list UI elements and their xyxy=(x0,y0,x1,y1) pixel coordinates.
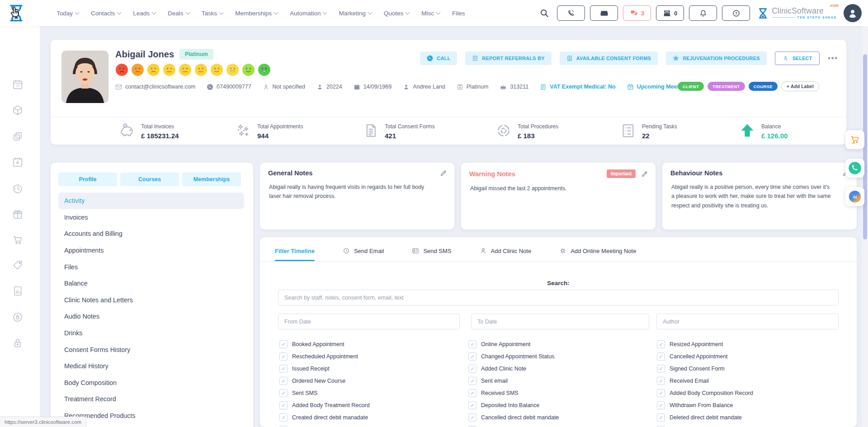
filter-rescheduled-appointment[interactable]: Rescheduled Appointment xyxy=(279,352,358,361)
nav-files[interactable]: Files xyxy=(452,10,465,17)
nav-memberships[interactable]: Memberships xyxy=(235,10,278,17)
nav-contacts[interactable]: Contacts xyxy=(91,10,121,17)
tab-add-online-meeting-note[interactable]: Add Online Meeting Note xyxy=(559,247,636,254)
nav-automation[interactable]: Automation xyxy=(290,10,326,17)
calendar-import-icon[interactable] xyxy=(12,156,24,168)
filter-sent-email[interactable]: Sent email xyxy=(468,377,508,385)
label-client[interactable]: CLIENT xyxy=(678,82,704,91)
report-referrals-button[interactable]: REPORT REFERRALS BY xyxy=(465,52,551,65)
edit-pencil-icon[interactable] xyxy=(440,169,447,177)
menu-item-balance[interactable]: Balance xyxy=(58,275,244,292)
menu-item-body-composition[interactable]: Body Composition xyxy=(58,375,244,391)
menu-item-consent-forms-history[interactable]: Consent Forms History xyxy=(58,341,244,358)
nav-marketing[interactable]: Marketing xyxy=(339,10,371,17)
nav-leads[interactable]: Leads xyxy=(133,10,156,17)
history-icon[interactable] xyxy=(12,183,24,194)
rating-face-9-icon[interactable] xyxy=(242,63,255,76)
tab-add-clinic-note[interactable]: Add Clinic Note xyxy=(480,247,532,254)
call-button[interactable]: CALL xyxy=(420,52,457,65)
help-button[interactable]: ? xyxy=(722,5,750,21)
from-date-input[interactable] xyxy=(278,314,460,329)
filter-received-sms[interactable]: Received SMS xyxy=(468,389,519,397)
filter-booked-appointment[interactable]: Booked Appointment xyxy=(279,340,344,348)
tab-send-email[interactable]: Send Email xyxy=(343,247,384,254)
filter-issued-receipt[interactable]: Issued Receipt xyxy=(279,365,330,373)
chat-messages-button[interactable]: 3 xyxy=(623,5,651,21)
rating-face-7-icon[interactable] xyxy=(210,63,223,76)
gift-icon[interactable] xyxy=(12,208,24,220)
author-input[interactable] xyxy=(656,314,839,329)
rating-face-1-icon[interactable] xyxy=(115,63,128,76)
nav-tasks[interactable]: Tasks xyxy=(202,10,223,17)
more-actions-button[interactable]: ••• xyxy=(828,54,838,62)
floating-cart-button[interactable] xyxy=(845,130,864,149)
rating-face-6-icon[interactable] xyxy=(194,63,208,76)
app-logo-hourglass-icon[interactable] xyxy=(6,3,26,23)
menu-item-appointments[interactable]: Appointments xyxy=(58,242,244,259)
filter-added-clinic-note[interactable]: Added Clinic Note xyxy=(468,365,526,373)
package-icon[interactable] xyxy=(12,104,24,116)
nav-misc[interactable]: Misc xyxy=(421,10,440,17)
floating-ai-button[interactable]: AI xyxy=(845,187,864,206)
filter-cancelled-appointment[interactable]: Cancelled Appointment xyxy=(657,352,728,361)
menu-item-medical-history[interactable]: Medical History xyxy=(58,358,244,375)
menu-item-accounts-and-billing[interactable]: Accounts and Billing xyxy=(58,225,244,242)
cart-icon[interactable] xyxy=(12,234,24,246)
filter-deposited-into-balance[interactable]: Deposited Into Balance xyxy=(468,401,539,409)
floating-phone-button[interactable] xyxy=(845,159,864,178)
vat-exempt-field[interactable]: VAT Exempt Medical: No xyxy=(540,84,615,90)
inbox-button[interactable] xyxy=(590,5,618,21)
menu-item-clinic-notes-and-letters[interactable]: Clinic Notes and Letters xyxy=(58,292,244,309)
filter-sent-sms[interactable]: Sent SMS xyxy=(279,389,317,397)
tab-send-sms[interactable]: Send SMS xyxy=(412,247,451,254)
rating-face-2-icon[interactable] xyxy=(131,63,144,76)
client-photo[interactable] xyxy=(61,51,108,103)
card-terminal-button[interactable]: 0 xyxy=(656,5,684,21)
menu-item-activity[interactable]: Activity xyxy=(58,192,244,209)
rejuvenation-button[interactable]: REJUVENATION PROCEDURES xyxy=(666,52,767,65)
rating-face-8-icon[interactable] xyxy=(226,63,239,76)
scrollbar-track[interactable] xyxy=(862,26,868,427)
calendar-icon[interactable]: 12 xyxy=(12,79,24,90)
filter-withdrawn-from-balance[interactable]: Withdrawn From Balance xyxy=(657,401,733,409)
to-date-input[interactable] xyxy=(471,314,649,329)
select-button[interactable]: SELECT xyxy=(775,52,820,65)
tab-profile[interactable]: Profile xyxy=(58,173,117,186)
label-course[interactable]: COURSE xyxy=(749,82,778,91)
phone-call-button[interactable] xyxy=(557,5,585,21)
rating-face-4-icon[interactable] xyxy=(163,63,176,76)
tab-memberships[interactable]: Memberships xyxy=(182,173,241,186)
user-shield-icon[interactable] xyxy=(12,311,24,323)
filter-created-direct-debit-mandate[interactable]: Created direct debit manadate xyxy=(279,413,368,422)
consent-forms-button[interactable]: AVAILABLE CONSENT FORMS xyxy=(560,52,658,65)
notifications-button[interactable] xyxy=(689,5,717,21)
search-icon[interactable] xyxy=(539,8,549,18)
filter-received-email[interactable]: Received Email xyxy=(657,377,709,385)
tab-filter-timeline[interactable]: Filter Timeline xyxy=(275,248,315,254)
filter-online-appointment[interactable]: Online Appointment xyxy=(468,340,530,348)
filter-added-body-treatment-record[interactable]: Added Body Treatment Record xyxy=(279,401,370,409)
user-avatar[interactable] xyxy=(844,4,862,22)
tab-courses[interactable]: Courses xyxy=(120,173,179,186)
nav-quotes[interactable]: Quotes xyxy=(384,10,410,17)
filter-added-body-composition-record[interactable]: Added Body Composition Record xyxy=(657,389,753,397)
menu-item-audio-notes[interactable]: Audio Notes xyxy=(58,308,244,325)
label-treatment[interactable]: TREATMENT xyxy=(708,82,745,91)
rating-face-3-icon[interactable] xyxy=(147,63,160,76)
filter-deleted-direct-debit-mandate[interactable]: Deleted direct debit mandate xyxy=(657,413,742,422)
menu-item-invoices[interactable]: Invoices xyxy=(58,209,244,226)
copy-icon[interactable] xyxy=(12,131,24,142)
edit-pencil-icon[interactable] xyxy=(641,170,648,178)
menu-item-drinks[interactable]: Drinks xyxy=(58,325,244,342)
rating-face-5-icon[interactable] xyxy=(179,63,192,76)
filter-resized-appointment[interactable]: Resized Appointment xyxy=(657,340,723,348)
price-tag-icon[interactable] xyxy=(12,259,24,271)
nav-today[interactable]: Today xyxy=(57,10,79,17)
filter-ordered-new-course[interactable]: Ordered New Course xyxy=(279,377,345,385)
add-label-button[interactable]: + Add Label xyxy=(781,81,819,91)
nav-deals[interactable]: Deals xyxy=(168,10,189,17)
lock-icon[interactable] xyxy=(12,337,24,349)
rating-face-10-icon[interactable] xyxy=(258,63,271,76)
filter-signed-consent-form[interactable]: Signed Consent Form xyxy=(657,365,725,373)
filter-cancelled-direct-debit-mandate[interactable]: Cancelled direct debit mandate xyxy=(468,413,559,422)
